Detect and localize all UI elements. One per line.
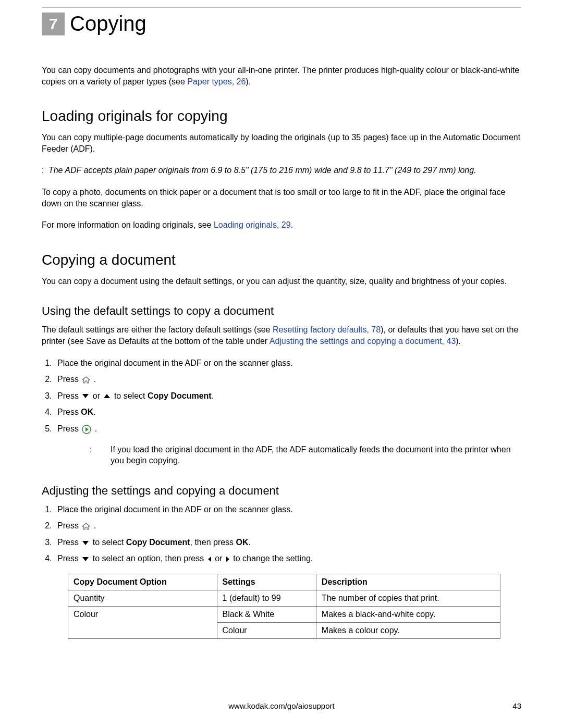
down-triangle-icon bbox=[82, 557, 89, 562]
td-option: Quantity bbox=[68, 590, 217, 607]
sec1-p2: To copy a photo, documents on thick pape… bbox=[42, 187, 521, 209]
sec3-note: : If you load the original document in t… bbox=[90, 444, 521, 466]
step-text: . bbox=[93, 408, 95, 416]
sec1-p3b: . bbox=[291, 220, 293, 229]
chapter-number-box: 7 bbox=[42, 13, 65, 35]
heading-default-settings: Using the default settings to copy a doc… bbox=[42, 304, 521, 318]
sec2-p: You can copy a document using the defaul… bbox=[42, 276, 521, 287]
step-text: or bbox=[93, 391, 103, 400]
right-triangle-icon bbox=[226, 556, 230, 562]
link-paper-types[interactable]: Paper types, 26 bbox=[187, 77, 246, 86]
heading-adjusting-settings: Adjusting the settings and copying a doc… bbox=[42, 484, 521, 498]
td-desc: Makes a black-and-white copy. bbox=[316, 607, 500, 623]
step-text: . bbox=[249, 538, 251, 547]
step-bold: Copy Document bbox=[126, 538, 190, 547]
step-item: Press to select an option, then press or… bbox=[54, 553, 521, 564]
note-text: If you load the original document in the… bbox=[111, 444, 521, 466]
td-setting: Black & White bbox=[217, 607, 316, 623]
left-triangle-icon bbox=[207, 556, 212, 562]
copy-options-table: Copy Document Option Settings Descriptio… bbox=[68, 574, 500, 639]
step-text: to select bbox=[114, 391, 148, 400]
step-text: Press bbox=[57, 391, 81, 400]
sec1-p1: You can copy multiple-page documents aut… bbox=[42, 132, 521, 154]
step-text: Press bbox=[57, 538, 81, 547]
step-text: . bbox=[94, 375, 96, 384]
intro-paragraph: You can copy documents and photographs w… bbox=[42, 65, 521, 87]
sec4-steps: Place the original document in the ADF o… bbox=[42, 504, 521, 564]
td-option: Colour bbox=[68, 607, 217, 639]
step-item: Press . bbox=[54, 423, 521, 435]
step-text: Press bbox=[57, 554, 81, 563]
note-colon: : bbox=[90, 444, 111, 466]
step-item: Press . bbox=[54, 520, 521, 532]
step-item: Press OK. bbox=[54, 406, 521, 418]
home-icon bbox=[82, 376, 90, 384]
th-option: Copy Document Option bbox=[68, 574, 217, 590]
link-loading-originals[interactable]: Loading originals, 29 bbox=[214, 220, 291, 229]
sec3-pa: The default settings are either the fact… bbox=[42, 325, 273, 334]
td-setting: 1 (default) to 99 bbox=[217, 590, 316, 607]
step-text: to change the setting. bbox=[233, 554, 313, 563]
intro-text-1: You can copy documents and photographs w… bbox=[42, 66, 519, 86]
th-description: Description bbox=[316, 574, 500, 590]
sec1-p3a: For more information on loading original… bbox=[42, 220, 214, 229]
td-desc: The number of copies that print. bbox=[316, 590, 500, 607]
step-text: Press bbox=[57, 408, 81, 416]
sec3-steps: Place the original document in the ADF o… bbox=[42, 357, 521, 435]
step-text: . bbox=[212, 391, 214, 400]
step-text: . bbox=[94, 521, 96, 530]
heading-copying-document: Copying a document bbox=[42, 252, 521, 268]
step-bold: Copy Document bbox=[148, 391, 212, 400]
step-text: to select bbox=[93, 538, 126, 547]
down-triangle-icon bbox=[82, 540, 89, 546]
up-triangle-icon bbox=[103, 393, 111, 399]
heading-loading-originals: Loading originals for copying bbox=[42, 108, 521, 125]
table-header-row: Copy Document Option Settings Descriptio… bbox=[68, 574, 500, 590]
sec1-p3: For more information on loading original… bbox=[42, 219, 521, 231]
table-row: Quantity 1 (default) to 99 The number of… bbox=[68, 590, 500, 607]
sec1-note: : The ADF accepts plain paper originals … bbox=[42, 165, 521, 176]
intro-text-2: ). bbox=[246, 77, 251, 86]
link-adjusting-settings[interactable]: Adjusting the settings and copying a doc… bbox=[270, 337, 456, 346]
down-triangle-icon bbox=[82, 393, 89, 399]
chapter-heading: 7 Copying bbox=[42, 12, 521, 35]
start-circle-icon bbox=[82, 425, 91, 434]
step-item: Press or to select Copy Document. bbox=[54, 390, 521, 402]
step-bold: OK bbox=[236, 538, 249, 547]
footer-url: www.kodak.com/go/aiosupport bbox=[228, 701, 334, 710]
note-text: The ADF accepts plain paper originals fr… bbox=[48, 166, 476, 175]
step-text: . bbox=[95, 424, 97, 433]
step-text: , then press bbox=[190, 538, 236, 547]
step-item: Press . bbox=[54, 374, 521, 385]
step-bold: OK bbox=[81, 408, 93, 416]
step-text: to select an option, then press bbox=[93, 554, 206, 563]
step-item: Place the original document in the ADF o… bbox=[54, 357, 521, 369]
td-desc: Makes a colour copy. bbox=[316, 623, 500, 639]
sec3-p: The default settings are either the fact… bbox=[42, 324, 521, 347]
chapter-title: Copying bbox=[70, 12, 146, 35]
table-row: Colour Black & White Makes a black-and-w… bbox=[68, 607, 500, 623]
note-colon: : bbox=[42, 166, 44, 175]
td-setting: Colour bbox=[217, 623, 316, 639]
th-settings: Settings bbox=[217, 574, 316, 590]
step-text: or bbox=[215, 554, 225, 563]
page-footer: www.kodak.com/go/aiosupport 43 bbox=[42, 701, 521, 710]
page-number: 43 bbox=[512, 701, 521, 710]
sec3-pc: ). bbox=[456, 337, 461, 346]
step-text: Press bbox=[57, 521, 81, 530]
step-text: Press bbox=[57, 375, 81, 384]
step-text: Press bbox=[57, 424, 81, 433]
home-icon bbox=[82, 523, 90, 530]
link-resetting-defaults[interactable]: Resetting factory defaults, 78 bbox=[273, 325, 381, 334]
step-item: Press to select Copy Document, then pres… bbox=[54, 537, 521, 548]
step-item: Place the original document in the ADF o… bbox=[54, 504, 521, 515]
